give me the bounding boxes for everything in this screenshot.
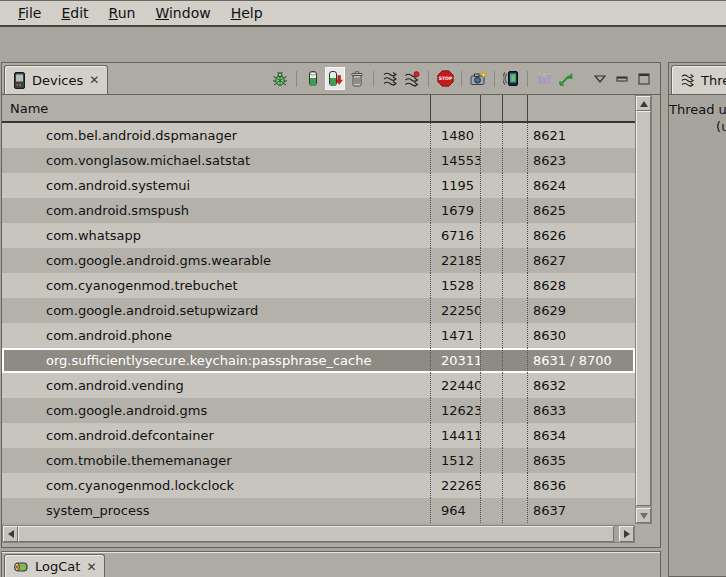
cell-e2 (502, 273, 527, 298)
bug-icon (272, 71, 288, 87)
column-header-empty1 (480, 95, 502, 121)
table-row[interactable]: com.vonglasow.michael.satstat145538623 (2, 148, 635, 173)
column-header-pid (430, 95, 480, 121)
devices-tabbar: Devices ✕ (2, 63, 660, 95)
cell-ports: 8623 (527, 148, 635, 173)
table-row[interactable]: com.google.android.gms.wearable221858627 (2, 248, 635, 273)
toolbar-button-screen-record[interactable] (501, 67, 521, 90)
toolbar-button-debug[interactable] (270, 67, 290, 90)
cell-e2 (502, 498, 527, 523)
scroll-up-button[interactable] (636, 96, 651, 111)
cell-pid: 14553 (430, 148, 480, 173)
toolbar-button-systrace[interactable] (534, 67, 554, 90)
cell-e1 (480, 273, 502, 298)
vertical-scrollbar-thumb[interactable] (636, 111, 651, 506)
maximize-button[interactable] (634, 67, 654, 90)
table-row[interactable]: com.whatsapp67168626 (2, 223, 635, 248)
vertical-scrollbar[interactable] (635, 95, 652, 524)
screen-record-icon (503, 70, 520, 87)
toolbar-separator (428, 71, 429, 87)
toolbar-button-dump-hprof[interactable] (325, 67, 345, 90)
table-row[interactable]: com.cyanogenmod.lockclock222658636 (2, 473, 635, 498)
stop-icon: STOP (437, 70, 454, 87)
menu-item-run[interactable]: Run (99, 3, 146, 23)
tab-devices[interactable]: Devices ✕ (4, 65, 108, 94)
cell-e2 (502, 398, 527, 423)
toolbar-button-cause-gc[interactable] (347, 67, 367, 90)
cell-ports: 8625 (527, 198, 635, 223)
table-row[interactable]: com.google.android.gms126238633 (2, 398, 635, 423)
cell-ports: 8626 (527, 223, 635, 248)
minimize-button[interactable] (612, 67, 632, 90)
cell-e1 (480, 248, 502, 273)
column-header-empty2 (502, 95, 527, 121)
cell-ports: 8624 (527, 173, 635, 198)
table-row[interactable]: com.android.vending224408632 (2, 373, 635, 398)
devices-toolbar: STOP (269, 65, 655, 92)
cell-e2 (502, 348, 527, 373)
table-row[interactable]: com.android.defcontainer144118634 (2, 423, 635, 448)
cell-name: com.cyanogenmod.lockclock (2, 473, 430, 498)
threads-icon (680, 73, 695, 88)
cell-name: com.google.android.gms (2, 398, 430, 423)
toolbar-button-method-profiling[interactable] (402, 67, 422, 90)
cell-e2 (502, 198, 527, 223)
view-menu-button[interactable] (590, 67, 610, 90)
cell-e1 (480, 348, 502, 373)
phone-icon (13, 72, 26, 89)
threads-icon (382, 71, 398, 87)
tab-logcat[interactable]: LogCat ✕ (4, 554, 105, 577)
table-row[interactable]: com.cyanogenmod.trebuchet15288628 (2, 273, 635, 298)
table-row[interactable]: com.android.phone14718630 (2, 323, 635, 348)
menu-item-help[interactable]: Help (221, 3, 273, 23)
table-row[interactable]: com.android.smspush16798625 (2, 198, 635, 223)
close-icon[interactable]: ✕ (86, 561, 96, 573)
threads-panel: Threads Thread updates not enabled for s… (668, 62, 726, 577)
device-table-header: Name (2, 95, 635, 123)
trash-icon (350, 71, 364, 87)
arrow-up-icon (640, 101, 648, 107)
scroll-left-button[interactable] (3, 526, 18, 542)
table-row[interactable]: org.sufficientlysecure.keychain:passphra… (2, 348, 635, 373)
cell-pid: 1471 (430, 323, 480, 348)
menu-item-edit[interactable]: Edit (51, 3, 98, 23)
table-row[interactable]: com.google.android.setupwizard222508629 (2, 298, 635, 323)
horizontal-scrollbar-thumb[interactable] (18, 526, 614, 542)
toolbar-button-stop-process[interactable]: STOP (435, 67, 455, 90)
cell-ports: 8635 (527, 448, 635, 473)
scroll-right-button[interactable] (619, 526, 634, 542)
cell-name: com.android.defcontainer (2, 423, 430, 448)
toolbar-button-opengl-trace[interactable] (556, 67, 576, 90)
device-table-body: com.bel.android.dspmanager14808621com.vo… (2, 123, 635, 523)
menu-item-window[interactable]: Window (145, 3, 220, 23)
horizontal-scrollbar[interactable] (2, 525, 635, 543)
menu-item-file[interactable]: File (8, 3, 51, 23)
toolbar-button-update-threads[interactable] (380, 67, 400, 90)
method-profiling-icon (404, 71, 420, 87)
toolbar-separator (527, 71, 528, 87)
tab-threads[interactable]: Threads (671, 65, 726, 94)
cell-pid: 20311 (430, 348, 480, 373)
table-row[interactable]: com.android.systemui11958624 (2, 173, 635, 198)
scroll-down-button[interactable] (636, 508, 651, 523)
cell-name: com.google.android.gms.wearable (2, 248, 430, 273)
column-header-ports (527, 95, 635, 121)
cell-e2 (502, 473, 527, 498)
cell-ports: 8629 (527, 298, 635, 323)
toolbar-button-screen-capture[interactable] (468, 67, 488, 90)
cell-e2 (502, 323, 527, 348)
minimize-icon (616, 74, 628, 84)
cell-pid: 22185 (430, 248, 480, 273)
toolbar-button-update-heap[interactable] (303, 67, 323, 90)
table-row[interactable]: system_process9648637 (2, 498, 635, 523)
cell-ports: 8630 (527, 323, 635, 348)
toolbar-separator (461, 71, 462, 87)
cell-name: com.vonglasow.michael.satstat (2, 148, 430, 173)
cell-pid: 1512 (430, 448, 480, 473)
cell-e2 (502, 123, 527, 148)
table-row[interactable]: com.tmobile.thememanager15128635 (2, 448, 635, 473)
cell-ports: 8631 / 8700 (527, 348, 635, 373)
stop-label: STOP (438, 76, 452, 81)
table-row[interactable]: com.bel.android.dspmanager14808621 (2, 123, 635, 148)
close-icon[interactable]: ✕ (89, 74, 99, 86)
